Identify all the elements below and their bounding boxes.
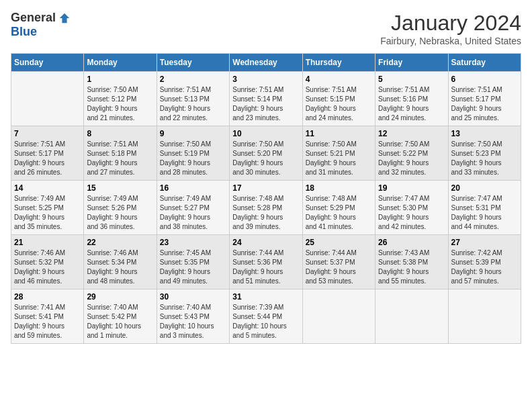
day-number: 30 [160, 292, 226, 302]
calendar-week-row: 1Sunrise: 7:50 AMSunset: 5:12 PMDaylight… [11, 72, 521, 126]
day-number: 11 [306, 129, 372, 138]
weekday-header-sunday: Sunday [11, 54, 84, 72]
logo: General Blue [11, 11, 71, 39]
calendar-day-cell: 11Sunrise: 7:50 AMSunset: 5:21 PMDayligh… [302, 126, 375, 181]
day-detail: Sunrise: 7:47 AMSunset: 5:30 PMDaylight:… [378, 194, 445, 232]
day-number: 10 [232, 129, 299, 138]
day-number: 5 [378, 75, 445, 84]
day-detail: Sunrise: 7:50 AMSunset: 5:19 PMDaylight:… [160, 140, 226, 177]
calendar-day-cell: 4Sunrise: 7:51 AMSunset: 5:15 PMDaylight… [302, 72, 375, 126]
calendar-day-cell: 9Sunrise: 7:50 AMSunset: 5:19 PMDaylight… [157, 126, 229, 181]
day-number: 20 [451, 183, 518, 193]
day-number: 31 [232, 292, 299, 302]
day-number: 8 [87, 129, 153, 138]
day-detail: Sunrise: 7:44 AMSunset: 5:37 PMDaylight:… [306, 248, 372, 286]
day-detail: Sunrise: 7:48 AMSunset: 5:28 PMDaylight:… [232, 194, 299, 232]
calendar-day-cell [375, 289, 448, 344]
calendar-day-cell: 8Sunrise: 7:51 AMSunset: 5:18 PMDaylight… [84, 126, 157, 181]
calendar-week-row: 28Sunrise: 7:41 AMSunset: 5:41 PMDayligh… [11, 289, 521, 344]
day-detail: Sunrise: 7:39 AMSunset: 5:44 PMDaylight:… [232, 303, 299, 340]
calendar-week-row: 7Sunrise: 7:51 AMSunset: 5:17 PMDaylight… [11, 126, 521, 181]
day-number: 26 [378, 238, 445, 247]
day-detail: Sunrise: 7:48 AMSunset: 5:29 PMDaylight:… [306, 194, 372, 232]
calendar-day-cell: 5Sunrise: 7:51 AMSunset: 5:16 PMDaylight… [375, 72, 448, 126]
day-number: 28 [14, 292, 81, 302]
day-detail: Sunrise: 7:46 AMSunset: 5:32 PMDaylight:… [14, 248, 81, 286]
calendar-day-cell: 26Sunrise: 7:43 AMSunset: 5:38 PMDayligh… [375, 235, 448, 289]
day-number: 7 [14, 129, 81, 138]
day-detail: Sunrise: 7:49 AMSunset: 5:26 PMDaylight:… [87, 194, 153, 232]
day-number: 4 [306, 75, 372, 84]
day-number: 15 [87, 183, 153, 193]
calendar-day-cell: 3Sunrise: 7:51 AMSunset: 5:14 PMDaylight… [230, 72, 302, 126]
day-detail: Sunrise: 7:49 AMSunset: 5:27 PMDaylight:… [160, 194, 226, 232]
day-detail: Sunrise: 7:42 AMSunset: 5:39 PMDaylight:… [451, 248, 518, 286]
day-number: 6 [451, 75, 518, 84]
calendar-day-cell [11, 72, 84, 126]
day-number: 14 [14, 183, 81, 193]
day-number: 3 [232, 75, 299, 84]
day-number: 17 [232, 183, 299, 193]
weekday-header-row: SundayMondayTuesdayWednesdayThursdayFrid… [11, 54, 521, 72]
calendar-header: SundayMondayTuesdayWednesdayThursdayFrid… [11, 54, 521, 72]
day-number: 23 [160, 238, 226, 247]
day-detail: Sunrise: 7:46 AMSunset: 5:34 PMDaylight:… [87, 248, 153, 286]
day-detail: Sunrise: 7:51 AMSunset: 5:16 PMDaylight:… [378, 85, 445, 123]
title-block: January 2024 Fairbury, Nebraska, United … [380, 11, 521, 46]
weekday-header-monday: Monday [84, 54, 157, 72]
day-detail: Sunrise: 7:51 AMSunset: 5:17 PMDaylight:… [14, 140, 81, 177]
day-number: 22 [87, 238, 153, 247]
logo-blue-text: Blue [11, 25, 37, 39]
calendar-day-cell: 31Sunrise: 7:39 AMSunset: 5:44 PMDayligh… [230, 289, 302, 344]
page-header: General Blue January 2024 Fairbury, Nebr… [11, 11, 521, 46]
day-detail: Sunrise: 7:51 AMSunset: 5:18 PMDaylight:… [87, 140, 153, 177]
calendar-day-cell: 15Sunrise: 7:49 AMSunset: 5:26 PMDayligh… [84, 181, 157, 235]
day-detail: Sunrise: 7:47 AMSunset: 5:31 PMDaylight:… [451, 194, 518, 232]
calendar-day-cell: 6Sunrise: 7:51 AMSunset: 5:17 PMDaylight… [448, 72, 521, 126]
calendar-day-cell: 7Sunrise: 7:51 AMSunset: 5:17 PMDaylight… [11, 126, 84, 181]
calendar-day-cell: 21Sunrise: 7:46 AMSunset: 5:32 PMDayligh… [11, 235, 84, 289]
calendar-day-cell [302, 289, 375, 344]
day-detail: Sunrise: 7:51 AMSunset: 5:14 PMDaylight:… [232, 85, 299, 123]
calendar-day-cell: 30Sunrise: 7:40 AMSunset: 5:43 PMDayligh… [157, 289, 229, 344]
weekday-header-tuesday: Tuesday [157, 54, 229, 72]
calendar-day-cell: 25Sunrise: 7:44 AMSunset: 5:37 PMDayligh… [302, 235, 375, 289]
day-number: 25 [306, 238, 372, 247]
day-detail: Sunrise: 7:50 AMSunset: 5:20 PMDaylight:… [232, 140, 299, 177]
calendar-week-row: 21Sunrise: 7:46 AMSunset: 5:32 PMDayligh… [11, 235, 521, 289]
day-number: 9 [160, 129, 226, 138]
weekday-header-friday: Friday [375, 54, 448, 72]
day-number: 29 [87, 292, 153, 302]
day-detail: Sunrise: 7:44 AMSunset: 5:36 PMDaylight:… [232, 248, 299, 286]
day-number: 1 [87, 75, 153, 84]
calendar-title: January 2024 [380, 11, 521, 36]
calendar-day-cell: 20Sunrise: 7:47 AMSunset: 5:31 PMDayligh… [448, 181, 521, 235]
svg-marker-0 [60, 13, 69, 22]
day-number: 19 [378, 183, 445, 193]
day-detail: Sunrise: 7:50 AMSunset: 5:21 PMDaylight:… [306, 140, 372, 177]
day-detail: Sunrise: 7:50 AMSunset: 5:12 PMDaylight:… [87, 85, 153, 123]
day-detail: Sunrise: 7:49 AMSunset: 5:25 PMDaylight:… [14, 194, 81, 232]
calendar-day-cell: 17Sunrise: 7:48 AMSunset: 5:28 PMDayligh… [230, 181, 302, 235]
logo-general-text: General [11, 11, 56, 25]
calendar-day-cell: 23Sunrise: 7:45 AMSunset: 5:35 PMDayligh… [157, 235, 229, 289]
logo-icon [58, 12, 71, 24]
weekday-header-thursday: Thursday [302, 54, 375, 72]
calendar-day-cell: 29Sunrise: 7:40 AMSunset: 5:42 PMDayligh… [84, 289, 157, 344]
day-detail: Sunrise: 7:50 AMSunset: 5:23 PMDaylight:… [451, 140, 518, 177]
day-detail: Sunrise: 7:51 AMSunset: 5:17 PMDaylight:… [451, 85, 518, 123]
calendar-day-cell: 16Sunrise: 7:49 AMSunset: 5:27 PMDayligh… [157, 181, 229, 235]
calendar-table: SundayMondayTuesdayWednesdayThursdayFrid… [11, 53, 521, 344]
day-number: 24 [232, 238, 299, 247]
day-number: 13 [451, 129, 518, 138]
calendar-day-cell: 10Sunrise: 7:50 AMSunset: 5:20 PMDayligh… [230, 126, 302, 181]
calendar-day-cell: 2Sunrise: 7:51 AMSunset: 5:13 PMDaylight… [157, 72, 229, 126]
calendar-day-cell: 13Sunrise: 7:50 AMSunset: 5:23 PMDayligh… [448, 126, 521, 181]
calendar-day-cell: 18Sunrise: 7:48 AMSunset: 5:29 PMDayligh… [302, 181, 375, 235]
calendar-week-row: 14Sunrise: 7:49 AMSunset: 5:25 PMDayligh… [11, 181, 521, 235]
day-detail: Sunrise: 7:41 AMSunset: 5:41 PMDaylight:… [14, 303, 81, 340]
calendar-day-cell: 12Sunrise: 7:50 AMSunset: 5:22 PMDayligh… [375, 126, 448, 181]
calendar-day-cell: 1Sunrise: 7:50 AMSunset: 5:12 PMDaylight… [84, 72, 157, 126]
day-detail: Sunrise: 7:51 AMSunset: 5:15 PMDaylight:… [306, 85, 372, 123]
calendar-day-cell [448, 289, 521, 344]
